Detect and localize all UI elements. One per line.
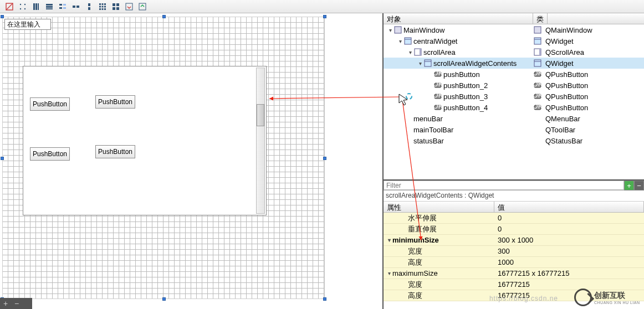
status-add-icon[interactable]: + [0,299,11,308]
svg-rect-47 [534,60,541,66]
vertical-scrollbar[interactable] [256,68,265,214]
tree-item-name: scrollArea [423,48,456,56]
filter-bar: + − [384,181,644,190]
tree-row[interactable]: ▾MainWindowQMainWindow [384,24,644,35]
btn-icon: OK [433,92,442,101]
prop-name: 高度 [408,258,422,267]
add-property-button[interactable]: + [624,181,634,190]
svg-rect-42 [420,49,421,55]
svg-rect-17 [76,6,79,8]
widget-icon [403,37,412,45]
prop-row[interactable]: 宽度300 [384,246,644,257]
tree-row[interactable]: ▾scrollAreaQScrollArea [384,47,644,58]
scroll-icon [413,48,422,56]
svg-text:OK: OK [434,104,442,110]
remove-property-button[interactable]: − [634,181,644,190]
prop-value[interactable]: 1000 [494,258,644,266]
btn-icon: OK [533,103,542,112]
tree-item-name: pushButton [443,70,480,79]
logo-icon [574,289,592,306]
tree-row[interactable]: ▸OKpushButtonOKQPushButton [384,69,644,80]
svg-point-4 [20,8,21,9]
prop-header-value[interactable]: 值 [494,202,644,212]
tree-row[interactable]: ▸mainToolBarQToolBar [384,124,644,135]
prop-row[interactable]: ▾minimumSize300 x 1000 [384,235,644,246]
logo-text: 创新互联 [594,291,640,301]
widget-icon [533,37,542,45]
push-button-4[interactable]: PushButton [95,145,135,158]
tree-row[interactable]: ▸menuBarQMenuBar [384,113,644,124]
tree-row[interactable]: ▸OKpushButton_3OKQPushButton [384,91,644,102]
svg-text:OK: OK [434,70,442,77]
prop-value[interactable]: 300 x 1000 [494,236,644,244]
tree-row[interactable]: ▸OKpushButton_2OKQPushButton [384,80,644,91]
tree-row[interactable]: ▸OKpushButton_4OKQPushButton [384,102,644,113]
tool-grid2-icon[interactable] [110,1,122,12]
tool-grid-dots-icon[interactable] [17,1,29,12]
svg-point-2 [20,3,21,4]
prop-value[interactable]: 16777215 x 16777215 [494,269,644,277]
push-button-3[interactable]: PushButton [30,147,70,161]
tree-item-name: menuBar [413,115,443,123]
prop-value[interactable]: 0 [494,225,644,233]
svg-rect-23 [99,6,101,7]
scrollbar-thumb[interactable] [257,104,264,126]
tree-row[interactable]: ▸statusBarQStatusBar [384,135,644,146]
push-button-1[interactable]: PushButton [30,97,70,111]
tree-row[interactable]: ▾scrollAreaWidgetContentsQWidget [384,58,644,69]
tool-grid3-icon[interactable] [96,1,109,12]
window-icon [393,25,402,34]
svg-rect-24 [102,6,104,7]
scroll-area[interactable]: PushButton PushButton PushButton PushBut… [23,66,267,215]
tree-item-class: QMainWindow [545,26,592,34]
prop-row[interactable]: ▾maximumSize16777215 x 16777215 [384,268,644,279]
prop-name: 宽度 [408,246,422,256]
svg-rect-6 [33,3,35,10]
tree-row[interactable]: ▾centralWidgetQWidget [384,35,644,47]
svg-rect-36 [534,27,541,33]
tool-split-h-icon[interactable] [70,1,82,12]
svg-rect-26 [99,8,101,10]
tree-header-class[interactable]: 类 [533,13,548,24]
prop-row[interactable]: 水平伸展0 [384,213,644,224]
tool-form-icon[interactable] [57,1,69,12]
tool-split-v-icon[interactable] [83,1,95,12]
filter-input[interactable] [384,181,624,190]
tool-min-icon[interactable] [123,1,135,12]
prop-header-name[interactable]: 属性 [384,202,494,212]
prop-row[interactable]: 垂直伸展0 [384,224,644,235]
svg-text:OK: OK [434,81,442,88]
prop-name: minimumSize [392,236,439,244]
status-remove-icon[interactable]: − [11,299,22,308]
svg-rect-22 [104,3,106,5]
btn-icon: OK [533,92,542,101]
tool-columns-icon[interactable] [30,1,42,12]
tool-layout-break-icon[interactable] [3,1,16,12]
tree-header-object[interactable]: 对象 [384,13,533,24]
tree-item-name: scrollAreaWidgetContents [433,59,517,68]
push-button-2[interactable]: PushButton [95,95,135,109]
svg-text:OK: OK [534,92,541,99]
toolbar-icon [533,125,542,134]
tree-item-class: QWidget [545,37,574,45]
tool-rows-icon[interactable] [43,1,55,12]
btn-icon: OK [433,81,442,90]
tree-item-class: QPushButton [545,104,588,112]
tree-item-name: pushButton_4 [443,104,488,112]
tree-body[interactable]: ▾MainWindowQMainWindow▾centralWidgetQWid… [384,24,644,179]
prop-value[interactable]: 0 [494,214,644,222]
svg-rect-39 [534,38,541,44]
lineedit-input[interactable] [4,19,51,30]
prop-row[interactable]: 高度1000 [384,257,644,268]
svg-rect-32 [116,7,119,10]
svg-text:OK: OK [534,81,541,88]
form-canvas[interactable]: PushButton PushButton PushButton PushBut… [2,17,325,299]
tool-max-icon[interactable] [136,1,149,12]
svg-point-5 [24,8,25,9]
prop-name: maximumSize [392,269,438,277]
svg-rect-28 [104,8,106,10]
watermark-text: https://blog.csdn.ne [489,295,558,302]
window-icon [533,25,542,34]
prop-value[interactable]: 300 [494,247,644,255]
status-icon [403,136,412,145]
